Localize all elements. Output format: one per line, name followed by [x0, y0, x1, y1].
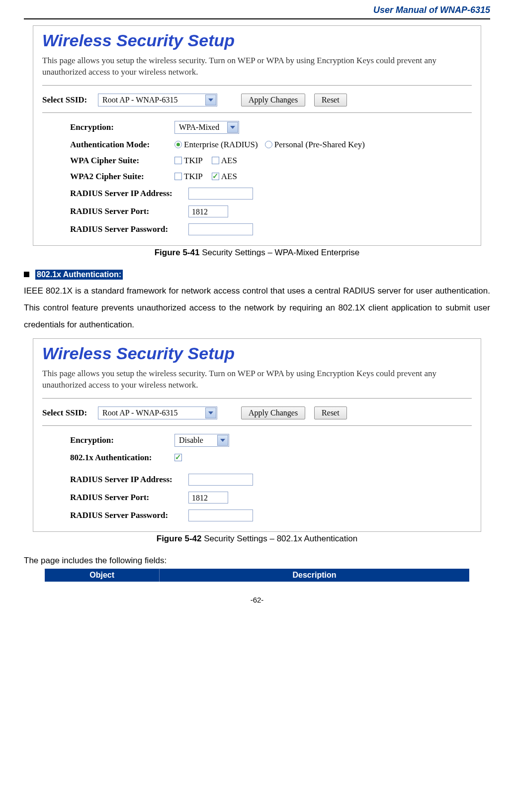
encryption-select[interactable]: WPA-Mixed [174, 121, 239, 134]
encryption-label: Encryption: [70, 435, 174, 445]
col-description: Description [160, 569, 469, 582]
setup-title: Wireless Security Setup [42, 344, 472, 363]
setup-title: Wireless Security Setup [42, 31, 472, 50]
chevron-down-icon[interactable] [205, 407, 216, 418]
radius-pw-input[interactable] [188, 509, 253, 521]
section-heading-row: 802.1x Authentication: [24, 270, 490, 280]
figure-5-42-box: Wireless Security Setup This page allows… [33, 338, 481, 532]
radius-pw-input[interactable] [188, 223, 253, 235]
ssid-value: Root AP - WNAP-6315 [98, 408, 182, 417]
checkbox-8021x[interactable] [174, 454, 182, 461]
select-ssid-label: Select SSID: [42, 95, 98, 105]
radius-ip-input[interactable] [188, 474, 253, 486]
rule [42, 85, 472, 86]
8021x-auth-label: 802.1x Authentication: [70, 453, 174, 463]
radius-port-input[interactable]: 1812 [188, 205, 228, 217]
rule [42, 112, 472, 113]
radius-port-input[interactable]: 1812 [188, 492, 228, 504]
caption-bold: Figure 5-42 [157, 534, 202, 543]
ssid-select[interactable]: Root AP - WNAP-6315 [98, 94, 217, 106]
setup-desc: This page allows you setup the wireless … [42, 55, 472, 78]
encryption-value: WPA-Mixed [175, 123, 223, 132]
radius-ip-input[interactable] [188, 188, 253, 200]
radio-personal[interactable] [265, 141, 272, 148]
checkbox-wpa2-tkip[interactable] [174, 173, 182, 180]
radius-port-label: RADIUS Server Port: [70, 493, 188, 503]
radius-ip-label: RADIUS Server IP Address: [70, 475, 188, 485]
caption-text: Security Settings – 802.1x Authenticatio… [201, 534, 357, 543]
encryption-label: Encryption: [70, 122, 174, 132]
auth-opt-personal: Personal (Pre-Shared Key) [274, 140, 365, 150]
figure-5-41-caption: Figure 5-41 Security Settings – WPA-Mixe… [24, 248, 490, 258]
page-number: -62- [24, 596, 490, 604]
tkip-label: TKIP [184, 172, 203, 182]
radius-port-label: RADIUS Server Port: [70, 206, 188, 216]
radius-ip-label: RADIUS Server IP Address: [70, 189, 188, 199]
radius-pw-label: RADIUS Server Password: [70, 224, 188, 234]
encryption-value: Disable [175, 436, 207, 445]
encryption-select[interactable]: Disable [174, 434, 229, 447]
chevron-down-icon[interactable] [217, 435, 228, 446]
wpa-cipher-label: WPA Cipher Suite: [70, 156, 174, 166]
select-ssid-label: Select SSID: [42, 408, 98, 418]
apply-changes-button[interactable]: Apply Changes [241, 94, 305, 106]
radius-pw-label: RADIUS Server Password: [70, 510, 188, 520]
figure-5-42-caption: Figure 5-42 Security Settings – 802.1x A… [24, 534, 490, 544]
fields-intro: The page includes the following fields: [24, 556, 490, 566]
aes-label: AES [221, 156, 237, 166]
rule [42, 398, 472, 399]
chevron-down-icon[interactable] [205, 95, 216, 105]
checkbox-wpa-tkip[interactable] [174, 157, 182, 164]
ssid-value: Root AP - WNAP-6315 [98, 96, 182, 104]
radio-enterprise[interactable] [174, 141, 182, 148]
fields-table: Object Description [45, 569, 469, 582]
auth-opt-enterprise: Enterprise (RADIUS) [184, 140, 258, 150]
tkip-label: TKIP [184, 156, 203, 166]
caption-text: Security Settings – WPA-Mixed Enterprise [199, 248, 359, 257]
ssid-select[interactable]: Root AP - WNAP-6315 [98, 406, 217, 419]
section-paragraph: IEEE 802.1X is a standard framework for … [24, 283, 490, 333]
reset-button[interactable]: Reset [314, 94, 347, 106]
col-object: Object [45, 569, 159, 582]
square-bullet-icon [24, 272, 29, 277]
header-rule [24, 18, 490, 19]
figure-5-41-box: Wireless Security Setup This page allows… [33, 25, 481, 246]
chevron-down-icon[interactable] [227, 122, 238, 133]
setup-desc: This page allows you setup the wireless … [42, 368, 472, 391]
reset-button[interactable]: Reset [314, 406, 347, 419]
auth-mode-label: Authentication Mode: [70, 140, 174, 150]
section-heading: 802.1x Authentication: [35, 270, 123, 280]
caption-bold: Figure 5-41 [155, 248, 200, 257]
wpa2-cipher-label: WPA2 Cipher Suite: [70, 172, 174, 182]
checkbox-wpa-aes[interactable] [212, 157, 219, 164]
aes-label: AES [221, 172, 237, 182]
apply-changes-button[interactable]: Apply Changes [241, 406, 305, 419]
doc-header-title: User Manual of WNAP-6315 [24, 5, 490, 18]
rule [42, 425, 472, 426]
checkbox-wpa2-aes[interactable] [212, 173, 219, 180]
